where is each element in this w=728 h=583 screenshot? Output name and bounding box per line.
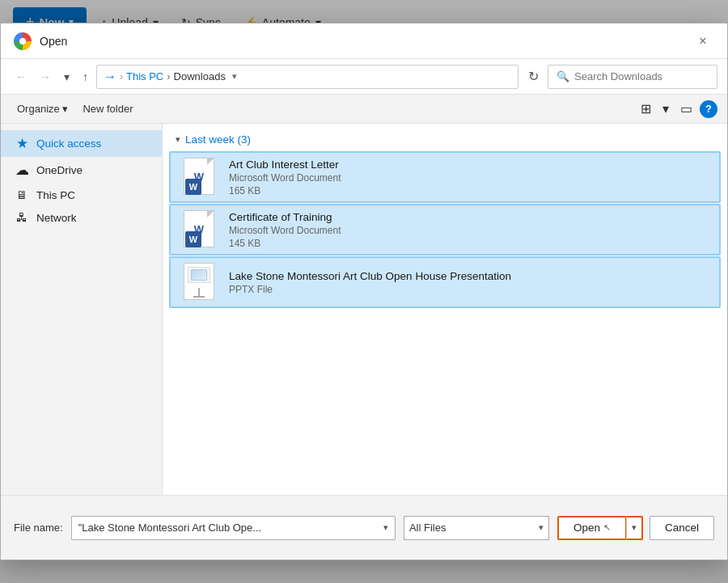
open-dropdown-button[interactable]: ▾ — [626, 516, 643, 540]
file-name-3: Lake Stone Montessori Art Club Open Hous… — [229, 270, 706, 282]
dialog-overlay: Open × ← → ▾ ↑ → › This PC › Downlo — [0, 0, 728, 583]
breadcrumb-separator: › — [120, 71, 123, 82]
forward-icon: → — [40, 70, 51, 83]
search-input[interactable] — [574, 70, 709, 82]
open-label: Open — [574, 522, 600, 534]
breadcrumb-arrow: › — [167, 70, 170, 82]
section-header[interactable]: ▾ Last week (3) — [163, 130, 727, 150]
new-folder-label: New folder — [83, 103, 133, 115]
nav-dropdown-icon: ▾ — [64, 70, 70, 83]
refresh-icon: ↻ — [528, 69, 539, 84]
sidebar-label-this-pc: This PC — [36, 189, 75, 201]
file-type-2: Microsoft Word Document — [229, 225, 706, 236]
sidebar-item-network[interactable]: 🖧 Network — [1, 206, 162, 229]
quick-access-icon: ★ — [14, 135, 30, 152]
dialog-body: ★ Quick access ☁ OneDrive 🖥 This PC 🖧 Ne… — [1, 124, 727, 495]
refresh-button[interactable]: ↻ — [522, 65, 544, 88]
help-icon: ? — [705, 103, 712, 115]
organize-label: Organize — [17, 103, 60, 115]
dialog-title-text: Open — [40, 35, 67, 48]
sidebar-label-network: Network — [36, 212, 77, 224]
filename-input[interactable] — [78, 522, 383, 534]
close-button[interactable]: × — [692, 30, 714, 53]
breadcrumb-nav-icon: → — [104, 70, 116, 84]
dialog-footer: File name: ▾ All Files ▾ Open ↖ ▾ Cancel — [1, 495, 727, 560]
file-size-1: 165 KB — [229, 185, 706, 196]
pptx-inner — [188, 267, 210, 283]
file-icon-2: W W — [184, 210, 219, 249]
network-icon: 🖧 — [14, 211, 30, 224]
filename-dropdown-icon[interactable]: ▾ — [383, 522, 388, 533]
pane-icon: ▭ — [680, 102, 692, 116]
cancel-button[interactable]: Cancel — [650, 516, 714, 540]
filetype-text: All Files — [409, 522, 447, 534]
breadcrumb-downloads: Downloads — [174, 70, 226, 82]
pane-button[interactable]: ▭ — [676, 99, 696, 119]
sidebar-item-quick-access[interactable]: ★ Quick access — [1, 130, 162, 157]
pptx-icon-bg — [184, 263, 214, 300]
breadcrumb-this-pc[interactable]: This PC — [126, 70, 163, 82]
nav-bar: ← → ▾ ↑ → › This PC › Downloads ▾ ↻ — [1, 59, 727, 95]
back-button[interactable]: ← — [11, 67, 32, 87]
new-folder-button[interactable]: New folder — [76, 99, 139, 118]
pptx-base — [193, 296, 205, 298]
sidebar: ★ Quick access ☁ OneDrive 🖥 This PC 🖧 Ne… — [1, 124, 163, 495]
open-button[interactable]: Open ↖ — [557, 516, 626, 540]
sidebar-label-onedrive: OneDrive — [36, 164, 83, 176]
view-chevron-icon: ▾ — [662, 102, 669, 116]
section-chevron-icon: ▾ — [176, 134, 180, 145]
footer-buttons: Open ↖ ▾ Cancel — [557, 516, 714, 540]
file-item-1[interactable]: W W Art Club Interest Letter Microsoft W… — [169, 151, 721, 203]
organize-button[interactable]: Organize ▾ — [11, 99, 74, 118]
file-item-3[interactable]: Lake Stone Montessori Art Club Open Hous… — [169, 256, 721, 308]
section-title: Last week (3) — [185, 133, 251, 146]
help-button[interactable]: ? — [700, 100, 717, 118]
pptx-stand — [198, 288, 200, 296]
file-item-2[interactable]: W W Certificate of Training Microsoft Wo… — [169, 204, 721, 256]
dialog-title-left: Open — [14, 32, 67, 50]
file-icon-3 — [184, 263, 219, 302]
nav-dropdown-button[interactable]: ▾ — [59, 67, 74, 87]
chrome-icon — [14, 32, 32, 50]
filetype-select[interactable]: All Files ▾ — [404, 516, 549, 540]
file-type-1: Microsoft Word Document — [229, 172, 706, 184]
up-button[interactable]: ↑ — [78, 67, 93, 87]
this-pc-icon: 🖥 — [14, 188, 30, 201]
organize-arrow-icon: ▾ — [62, 103, 68, 115]
view-details-icon: ⊞ — [641, 102, 651, 116]
filename-input-wrap[interactable]: ▾ — [71, 516, 396, 540]
file-area: ▾ Last week (3) W W Art Club Interest Le… — [163, 124, 727, 495]
breadcrumb-chevron-icon[interactable]: ▾ — [232, 71, 237, 82]
view-chevron-button[interactable]: ▾ — [658, 99, 673, 119]
file-info-3: Lake Stone Montessori Art Club Open Hous… — [229, 270, 706, 295]
view-details-button[interactable]: ⊞ — [637, 99, 655, 119]
file-info-2: Certificate of Training Microsoft Word D… — [229, 211, 706, 249]
up-icon: ↑ — [83, 70, 88, 83]
back-icon: ← — [15, 70, 27, 83]
breadcrumb-bar[interactable]: → › This PC › Downloads ▾ — [96, 65, 518, 89]
sidebar-label-quick-access: Quick access — [36, 137, 101, 150]
file-icon-1: W W — [184, 158, 219, 196]
search-box[interactable]: 🔍 — [548, 65, 717, 89]
file-type-3: PPTX File — [229, 284, 706, 295]
onedrive-icon: ☁ — [14, 162, 30, 179]
file-size-2: 145 KB — [229, 238, 706, 249]
cancel-label: Cancel — [665, 522, 699, 534]
file-name-1: Art Club Interest Letter — [229, 158, 706, 171]
open-arrow-icon: ▾ — [632, 522, 637, 533]
file-info-1: Art Club Interest Letter Microsoft Word … — [229, 158, 706, 196]
open-dialog: Open × ← → ▾ ↑ → › This PC › Downlo — [0, 23, 728, 560]
filetype-arrow-icon: ▾ — [539, 522, 544, 533]
dialog-titlebar: Open × — [1, 23, 727, 59]
sidebar-item-onedrive[interactable]: ☁ OneDrive — [1, 157, 162, 184]
search-icon: 🔍 — [557, 70, 569, 82]
forward-button[interactable]: → — [35, 67, 56, 87]
cursor-indicator: ↖ — [603, 522, 611, 533]
file-name-2: Certificate of Training — [229, 211, 706, 223]
organize-toolbar: Organize ▾ New folder ⊞ ▾ ▭ ? — [1, 95, 727, 124]
filename-label: File name: — [14, 522, 63, 534]
view-buttons: ⊞ ▾ ▭ ? — [637, 99, 717, 119]
sidebar-item-this-pc[interactable]: 🖥 This PC — [1, 184, 162, 206]
